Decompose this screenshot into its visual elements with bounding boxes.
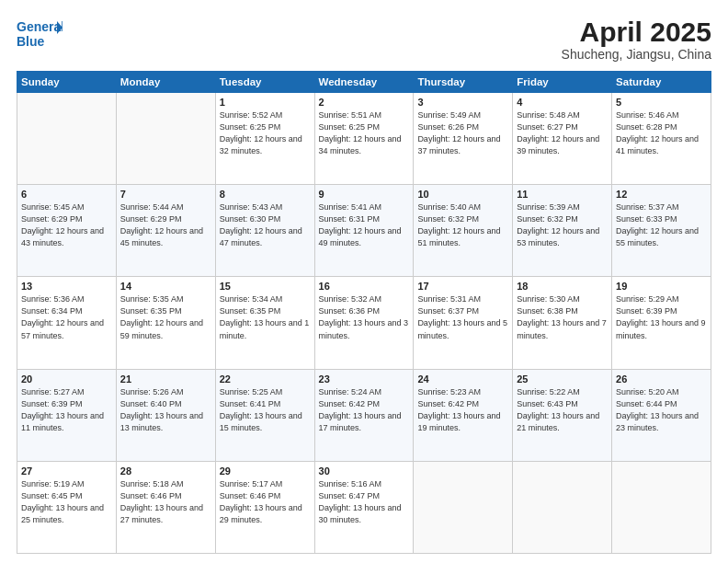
calendar-cell: 13Sunrise: 5:36 AM Sunset: 6:34 PM Dayli… bbox=[17, 277, 117, 369]
day-number: 23 bbox=[319, 373, 410, 385]
calendar-cell: 5Sunrise: 5:46 AM Sunset: 6:28 PM Daylig… bbox=[612, 93, 711, 185]
day-number: 6 bbox=[21, 189, 112, 200]
day-info: Sunrise: 5:30 AM Sunset: 6:38 PM Dayligh… bbox=[517, 293, 608, 341]
day-info: Sunrise: 5:26 AM Sunset: 6:40 PM Dayligh… bbox=[120, 386, 211, 434]
calendar-cell: 10Sunrise: 5:40 AM Sunset: 6:32 PM Dayli… bbox=[414, 185, 513, 277]
calendar-week-4: 20Sunrise: 5:27 AM Sunset: 6:39 PM Dayli… bbox=[17, 369, 711, 461]
day-number: 24 bbox=[417, 373, 508, 385]
calendar-week-5: 27Sunrise: 5:19 AM Sunset: 6:45 PM Dayli… bbox=[17, 461, 711, 553]
calendar-body: 1Sunrise: 5:52 AM Sunset: 6:25 PM Daylig… bbox=[17, 93, 711, 554]
svg-text:General: General bbox=[17, 19, 63, 34]
day-number: 25 bbox=[517, 373, 608, 385]
calendar-cell: 17Sunrise: 5:31 AM Sunset: 6:37 PM Dayli… bbox=[414, 277, 513, 369]
day-number: 30 bbox=[319, 465, 410, 477]
header: General Blue April 2025 Shucheng, Jiangs… bbox=[17, 17, 711, 62]
day-number: 19 bbox=[616, 281, 707, 292]
day-number: 18 bbox=[517, 281, 608, 292]
day-info: Sunrise: 5:37 AM Sunset: 6:33 PM Dayligh… bbox=[616, 201, 707, 249]
day-number: 15 bbox=[220, 281, 311, 292]
day-info: Sunrise: 5:16 AM Sunset: 6:47 PM Dayligh… bbox=[319, 478, 410, 526]
weekday-thursday: Thursday bbox=[414, 72, 513, 93]
day-number: 1 bbox=[220, 97, 311, 108]
weekday-monday: Monday bbox=[116, 72, 215, 93]
calendar-cell: 21Sunrise: 5:26 AM Sunset: 6:40 PM Dayli… bbox=[116, 369, 215, 461]
page: General Blue April 2025 Shucheng, Jiangs… bbox=[0, 0, 728, 563]
day-number: 4 bbox=[517, 97, 608, 108]
day-info: Sunrise: 5:25 AM Sunset: 6:41 PM Dayligh… bbox=[220, 386, 311, 434]
calendar-cell: 19Sunrise: 5:29 AM Sunset: 6:39 PM Dayli… bbox=[612, 277, 711, 369]
calendar-cell: 28Sunrise: 5:18 AM Sunset: 6:46 PM Dayli… bbox=[116, 461, 215, 553]
weekday-header-row: SundayMondayTuesdayWednesdayThursdayFrid… bbox=[17, 72, 711, 93]
calendar-cell: 20Sunrise: 5:27 AM Sunset: 6:39 PM Dayli… bbox=[17, 369, 117, 461]
day-number: 27 bbox=[21, 465, 112, 477]
day-number: 16 bbox=[319, 281, 410, 292]
calendar-cell bbox=[414, 461, 513, 553]
day-info: Sunrise: 5:35 AM Sunset: 6:35 PM Dayligh… bbox=[120, 293, 211, 341]
month-title: April 2025 bbox=[562, 17, 711, 47]
calendar-cell: 30Sunrise: 5:16 AM Sunset: 6:47 PM Dayli… bbox=[314, 461, 414, 553]
day-number: 22 bbox=[220, 373, 311, 385]
day-info: Sunrise: 5:39 AM Sunset: 6:32 PM Dayligh… bbox=[517, 201, 608, 249]
logo: General Blue bbox=[17, 17, 51, 52]
day-info: Sunrise: 5:20 AM Sunset: 6:44 PM Dayligh… bbox=[616, 386, 707, 434]
day-number: 8 bbox=[220, 189, 311, 200]
calendar-cell: 14Sunrise: 5:35 AM Sunset: 6:35 PM Dayli… bbox=[116, 277, 215, 369]
weekday-friday: Friday bbox=[513, 72, 612, 93]
calendar-cell: 2Sunrise: 5:51 AM Sunset: 6:25 PM Daylig… bbox=[314, 93, 414, 185]
logo-svg: General Blue bbox=[17, 17, 63, 55]
day-number: 13 bbox=[21, 281, 112, 292]
weekday-tuesday: Tuesday bbox=[215, 72, 314, 93]
day-info: Sunrise: 5:22 AM Sunset: 6:43 PM Dayligh… bbox=[517, 386, 608, 434]
location: Shucheng, Jiangsu, China bbox=[562, 47, 711, 62]
svg-text:Blue: Blue bbox=[17, 34, 45, 49]
calendar-cell: 23Sunrise: 5:24 AM Sunset: 6:42 PM Dayli… bbox=[314, 369, 414, 461]
calendar-cell: 16Sunrise: 5:32 AM Sunset: 6:36 PM Dayli… bbox=[314, 277, 414, 369]
calendar-cell bbox=[513, 461, 612, 553]
calendar-cell: 27Sunrise: 5:19 AM Sunset: 6:45 PM Dayli… bbox=[17, 461, 117, 553]
calendar-cell: 15Sunrise: 5:34 AM Sunset: 6:35 PM Dayli… bbox=[215, 277, 314, 369]
day-number: 12 bbox=[616, 189, 707, 200]
calendar-cell: 26Sunrise: 5:20 AM Sunset: 6:44 PM Dayli… bbox=[612, 369, 711, 461]
calendar-week-1: 1Sunrise: 5:52 AM Sunset: 6:25 PM Daylig… bbox=[17, 93, 711, 185]
weekday-sunday: Sunday bbox=[17, 72, 117, 93]
calendar-week-2: 6Sunrise: 5:45 AM Sunset: 6:29 PM Daylig… bbox=[17, 185, 711, 277]
day-number: 9 bbox=[319, 189, 410, 200]
calendar-cell: 25Sunrise: 5:22 AM Sunset: 6:43 PM Dayli… bbox=[513, 369, 612, 461]
day-info: Sunrise: 5:46 AM Sunset: 6:28 PM Dayligh… bbox=[616, 109, 707, 157]
day-number: 26 bbox=[616, 373, 707, 385]
calendar-cell: 4Sunrise: 5:48 AM Sunset: 6:27 PM Daylig… bbox=[513, 93, 612, 185]
day-number: 17 bbox=[417, 281, 508, 292]
day-info: Sunrise: 5:41 AM Sunset: 6:31 PM Dayligh… bbox=[319, 201, 410, 249]
title-block: April 2025 Shucheng, Jiangsu, China bbox=[562, 17, 711, 62]
weekday-saturday: Saturday bbox=[612, 72, 711, 93]
day-info: Sunrise: 5:17 AM Sunset: 6:46 PM Dayligh… bbox=[220, 478, 311, 526]
day-info: Sunrise: 5:18 AM Sunset: 6:46 PM Dayligh… bbox=[120, 478, 211, 526]
day-number: 7 bbox=[120, 189, 211, 200]
calendar-cell bbox=[612, 461, 711, 553]
day-info: Sunrise: 5:45 AM Sunset: 6:29 PM Dayligh… bbox=[21, 201, 112, 249]
day-info: Sunrise: 5:27 AM Sunset: 6:39 PM Dayligh… bbox=[21, 386, 112, 434]
day-info: Sunrise: 5:34 AM Sunset: 6:35 PM Dayligh… bbox=[220, 293, 311, 341]
day-info: Sunrise: 5:52 AM Sunset: 6:25 PM Dayligh… bbox=[220, 109, 311, 157]
calendar-cell: 12Sunrise: 5:37 AM Sunset: 6:33 PM Dayli… bbox=[612, 185, 711, 277]
day-number: 5 bbox=[616, 97, 707, 108]
day-number: 10 bbox=[417, 189, 508, 200]
calendar-cell: 6Sunrise: 5:45 AM Sunset: 6:29 PM Daylig… bbox=[17, 185, 117, 277]
day-number: 28 bbox=[120, 465, 211, 477]
calendar-cell: 29Sunrise: 5:17 AM Sunset: 6:46 PM Dayli… bbox=[215, 461, 314, 553]
day-info: Sunrise: 5:51 AM Sunset: 6:25 PM Dayligh… bbox=[319, 109, 410, 157]
calendar-cell: 9Sunrise: 5:41 AM Sunset: 6:31 PM Daylig… bbox=[314, 185, 414, 277]
day-info: Sunrise: 5:29 AM Sunset: 6:39 PM Dayligh… bbox=[616, 293, 707, 341]
calendar-cell bbox=[17, 93, 117, 185]
calendar-table: SundayMondayTuesdayWednesdayThursdayFrid… bbox=[17, 71, 711, 554]
calendar-week-3: 13Sunrise: 5:36 AM Sunset: 6:34 PM Dayli… bbox=[17, 277, 711, 369]
day-info: Sunrise: 5:32 AM Sunset: 6:36 PM Dayligh… bbox=[319, 293, 410, 341]
calendar-cell: 24Sunrise: 5:23 AM Sunset: 6:42 PM Dayli… bbox=[414, 369, 513, 461]
day-number: 11 bbox=[517, 189, 608, 200]
day-info: Sunrise: 5:19 AM Sunset: 6:45 PM Dayligh… bbox=[21, 478, 112, 526]
calendar-cell: 11Sunrise: 5:39 AM Sunset: 6:32 PM Dayli… bbox=[513, 185, 612, 277]
calendar-cell: 8Sunrise: 5:43 AM Sunset: 6:30 PM Daylig… bbox=[215, 185, 314, 277]
day-info: Sunrise: 5:23 AM Sunset: 6:42 PM Dayligh… bbox=[417, 386, 508, 434]
day-number: 29 bbox=[220, 465, 311, 477]
day-number: 21 bbox=[120, 373, 211, 385]
